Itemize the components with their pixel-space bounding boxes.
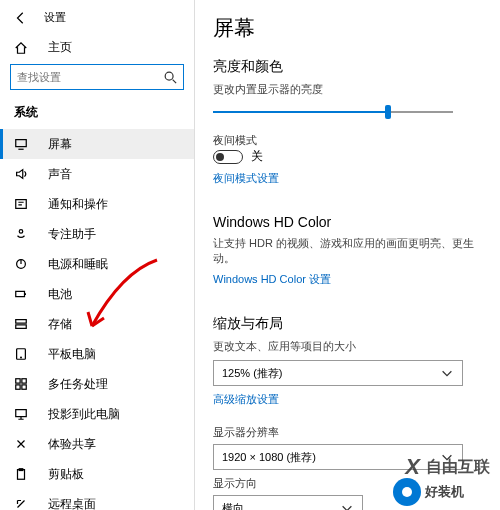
- focus-icon: [14, 227, 28, 241]
- sidebar-item-label: 体验共享: [48, 436, 96, 453]
- sidebar-item-label: 剪贴板: [48, 466, 84, 483]
- sidebar-item-label: 多任务处理: [48, 376, 108, 393]
- svg-rect-7: [16, 325, 27, 329]
- scale-desc: 更改文本、应用等项目的大小: [213, 339, 482, 354]
- sidebar-item-display[interactable]: 屏幕: [0, 129, 194, 159]
- sidebar-nav: 屏幕声音通知和操作专注助手电源和睡眠电池存储平板电脑多任务处理投影到此电脑体验共…: [0, 129, 194, 510]
- brightness-heading: 亮度和颜色: [213, 58, 482, 76]
- clipboard-icon: [14, 467, 28, 481]
- svg-rect-1: [16, 140, 27, 147]
- svg-rect-13: [22, 385, 26, 389]
- chevron-down-icon: [440, 366, 454, 380]
- home-label: 主页: [48, 39, 72, 56]
- svg-point-9: [21, 357, 22, 358]
- display-icon: [14, 137, 28, 151]
- advanced-scale-link[interactable]: 高级缩放设置: [213, 392, 279, 407]
- slider-thumb[interactable]: [385, 105, 391, 119]
- scale-select[interactable]: 125% (推荐): [213, 360, 463, 386]
- watermark-x-icon: X: [405, 454, 420, 480]
- share-icon: [14, 437, 28, 451]
- sidebar-item-label: 屏幕: [48, 136, 72, 153]
- slider-track: [213, 111, 453, 113]
- night-toggle-row: 关: [213, 148, 482, 165]
- brightness-desc: 更改内置显示器的亮度: [213, 82, 482, 97]
- sidebar-item-label: 专注助手: [48, 226, 96, 243]
- brightness-group: 亮度和颜色 更改内置显示器的亮度 夜间模式 关 夜间模式设置: [213, 58, 482, 200]
- svg-rect-14: [16, 410, 27, 417]
- back-row[interactable]: 设置: [0, 6, 194, 33]
- sidebar-section-title: 系统: [0, 100, 194, 129]
- notify-icon: [14, 197, 28, 211]
- night-state: 关: [251, 148, 263, 165]
- night-toggle[interactable]: [213, 150, 243, 164]
- sidebar-item-battery[interactable]: 电池: [0, 279, 194, 309]
- search-box[interactable]: [10, 64, 184, 90]
- hj-logo: 好装机: [393, 478, 464, 506]
- svg-rect-11: [22, 379, 26, 383]
- sidebar-item-label: 存储: [48, 316, 72, 333]
- hdcolor-heading: Windows HD Color: [213, 214, 482, 230]
- sidebar-item-share[interactable]: 体验共享: [0, 429, 194, 459]
- hdcolor-group: Windows HD Color 让支持 HDR 的视频、游戏和应用的画面更明亮…: [213, 214, 482, 301]
- orientation-value: 横向: [222, 501, 244, 511]
- svg-rect-5: [16, 291, 25, 296]
- hj-logo-icon: [393, 478, 421, 506]
- svg-rect-12: [16, 385, 20, 389]
- home-icon: [14, 41, 28, 55]
- remote-icon: [14, 497, 28, 510]
- battery-icon: [14, 287, 28, 301]
- settings-window: 设置 主页 系统 屏幕声音通知和操作专注助手电源和睡眠电池存储平板电脑多任务处理…: [0, 0, 500, 510]
- svg-point-0: [165, 72, 173, 80]
- brightness-slider[interactable]: [213, 103, 482, 121]
- multitask-icon: [14, 377, 28, 391]
- resolution-label: 显示器分辨率: [213, 425, 482, 440]
- resolution-value: 1920 × 1080 (推荐): [222, 450, 316, 465]
- sidebar-item-label: 声音: [48, 166, 72, 183]
- chevron-down-icon: [340, 501, 354, 510]
- sidebar: 设置 主页 系统 屏幕声音通知和操作专注助手电源和睡眠电池存储平板电脑多任务处理…: [0, 0, 195, 510]
- project-icon: [14, 407, 28, 421]
- search-input[interactable]: [17, 71, 157, 83]
- sidebar-item-clipboard[interactable]: 剪贴板: [0, 459, 194, 489]
- home-row[interactable]: 主页: [0, 33, 194, 64]
- main-content: 屏幕 亮度和颜色 更改内置显示器的亮度 夜间模式 关 夜间模式设置 Window…: [195, 0, 500, 510]
- toggle-knob: [216, 153, 224, 161]
- scale-heading: 缩放与布局: [213, 315, 482, 333]
- sidebar-item-sound[interactable]: 声音: [0, 159, 194, 189]
- sidebar-item-tablet[interactable]: 平板电脑: [0, 339, 194, 369]
- settings-label: 设置: [44, 10, 66, 25]
- storage-icon: [14, 317, 28, 331]
- hj-logo-text: 好装机: [425, 483, 464, 501]
- sidebar-item-label: 远程桌面: [48, 496, 96, 511]
- svg-rect-10: [16, 379, 20, 383]
- sidebar-item-project[interactable]: 投影到此电脑: [0, 399, 194, 429]
- night-settings-link[interactable]: 夜间模式设置: [213, 171, 279, 186]
- sidebar-item-label: 平板电脑: [48, 346, 96, 363]
- search-icon: [163, 70, 177, 84]
- search-wrap: [0, 64, 194, 100]
- svg-rect-2: [16, 200, 27, 209]
- sidebar-item-remote[interactable]: 远程桌面: [0, 489, 194, 510]
- night-label: 夜间模式: [213, 133, 482, 148]
- page-title: 屏幕: [213, 14, 482, 42]
- sidebar-item-label: 投影到此电脑: [48, 406, 120, 423]
- orientation-select[interactable]: 横向: [213, 495, 363, 510]
- sidebar-item-focus[interactable]: 专注助手: [0, 219, 194, 249]
- sidebar-item-label: 电源和睡眠: [48, 256, 108, 273]
- svg-rect-6: [16, 320, 27, 324]
- power-icon: [14, 257, 28, 271]
- back-icon: [14, 11, 28, 25]
- hdcolor-link[interactable]: Windows HD Color 设置: [213, 272, 331, 287]
- svg-point-3: [19, 230, 23, 234]
- watermark: X 自由互联: [405, 454, 490, 480]
- sidebar-item-notify[interactable]: 通知和操作: [0, 189, 194, 219]
- scale-value: 125% (推荐): [222, 366, 283, 381]
- hdcolor-desc: 让支持 HDR 的视频、游戏和应用的画面更明亮、更生动。: [213, 236, 482, 266]
- sidebar-item-storage[interactable]: 存储: [0, 309, 194, 339]
- sidebar-item-multitask[interactable]: 多任务处理: [0, 369, 194, 399]
- watermark-text: 自由互联: [426, 457, 490, 478]
- slider-fill: [213, 111, 388, 113]
- tablet-icon: [14, 347, 28, 361]
- sidebar-item-power[interactable]: 电源和睡眠: [0, 249, 194, 279]
- sidebar-item-label: 通知和操作: [48, 196, 108, 213]
